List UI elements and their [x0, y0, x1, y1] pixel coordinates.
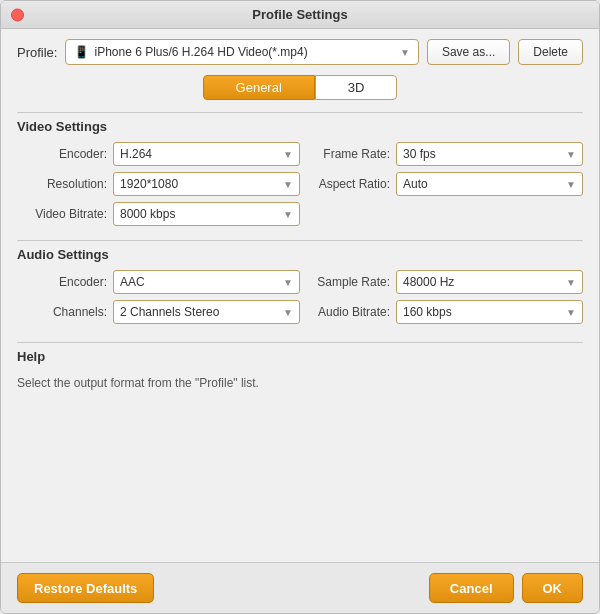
samplerate-value: 48000 Hz: [403, 275, 454, 289]
tab-general[interactable]: General: [203, 75, 315, 100]
profile-dropdown[interactable]: 📱 iPhone 6 Plus/6 H.264 HD Video(*.mp4) …: [65, 39, 418, 65]
save-as-button[interactable]: Save as...: [427, 39, 510, 65]
profile-row: Profile: 📱 iPhone 6 Plus/6 H.264 HD Vide…: [17, 39, 583, 65]
channels-arrow: ▼: [283, 307, 293, 318]
samplerate-row: Sample Rate: 48000 Hz ▼: [310, 270, 583, 294]
tabs-container: General 3D: [17, 75, 583, 100]
resolution-value: 1920*1080: [120, 177, 178, 191]
resolution-dropdown[interactable]: 1920*1080 ▼: [113, 172, 300, 196]
profile-value: iPhone 6 Plus/6 H.264 HD Video(*.mp4): [94, 45, 307, 59]
framerate-arrow: ▼: [566, 149, 576, 160]
profile-settings-window: Profile Settings Profile: 📱 iPhone 6 Plu…: [0, 0, 600, 614]
encoder-value: H.264: [120, 147, 152, 161]
aspectratio-label: Aspect Ratio:: [310, 177, 390, 191]
channels-value: 2 Channels Stereo: [120, 305, 219, 319]
help-title: Help: [17, 349, 583, 364]
video-settings-section: Video Settings Encoder: H.264 ▼ Frame Ra…: [17, 112, 583, 226]
encoder-label: Encoder:: [27, 147, 107, 161]
audio-encoder-value: AAC: [120, 275, 145, 289]
delete-button[interactable]: Delete: [518, 39, 583, 65]
resolution-label: Resolution:: [27, 177, 107, 191]
channels-row: Channels: 2 Channels Stereo ▼: [27, 300, 300, 324]
video-empty-cell: [310, 202, 583, 226]
framerate-dropdown[interactable]: 30 fps ▼: [396, 142, 583, 166]
audio-settings-grid: Encoder: AAC ▼ Sample Rate: 48000 Hz ▼: [17, 270, 583, 324]
resolution-arrow: ▼: [283, 179, 293, 190]
video-section-title: Video Settings: [17, 119, 583, 134]
content-area: Profile: 📱 iPhone 6 Plus/6 H.264 HD Vide…: [1, 29, 599, 562]
videobitrate-dropdown[interactable]: 8000 kbps ▼: [113, 202, 300, 226]
channels-dropdown[interactable]: 2 Channels Stereo ▼: [113, 300, 300, 324]
video-settings-grid: Encoder: H.264 ▼ Frame Rate: 30 fps ▼: [17, 142, 583, 226]
aspectratio-dropdown[interactable]: Auto ▼: [396, 172, 583, 196]
framerate-value: 30 fps: [403, 147, 436, 161]
audio-encoder-dropdown[interactable]: AAC ▼: [113, 270, 300, 294]
profile-dropdown-arrow: ▼: [400, 47, 410, 58]
framerate-label: Frame Rate:: [310, 147, 390, 161]
aspectratio-value: Auto: [403, 177, 428, 191]
audiobitrate-row: Audio Bitrate: 160 kbps ▼: [310, 300, 583, 324]
encoder-row: Encoder: H.264 ▼: [27, 142, 300, 166]
window-title: Profile Settings: [252, 7, 347, 22]
audio-divider: [17, 240, 583, 241]
videobitrate-label: Video Bitrate:: [27, 207, 107, 221]
videobitrate-arrow: ▼: [283, 209, 293, 220]
tab-3d[interactable]: 3D: [315, 75, 398, 100]
channels-label: Channels:: [27, 305, 107, 319]
audio-section-title: Audio Settings: [17, 247, 583, 262]
audiobitrate-arrow: ▼: [566, 307, 576, 318]
audio-settings-section: Audio Settings Encoder: AAC ▼ Sample Rat…: [17, 240, 583, 324]
encoder-dropdown[interactable]: H.264 ▼: [113, 142, 300, 166]
cancel-button[interactable]: Cancel: [429, 573, 514, 603]
audio-encoder-arrow: ▼: [283, 277, 293, 288]
resolution-row: Resolution: 1920*1080 ▼: [27, 172, 300, 196]
restore-defaults-button[interactable]: Restore Defaults: [17, 573, 154, 603]
samplerate-label: Sample Rate:: [310, 275, 390, 289]
phone-icon: 📱: [74, 45, 89, 59]
audio-encoder-label: Encoder:: [27, 275, 107, 289]
videobitrate-value: 8000 kbps: [120, 207, 175, 221]
help-section: Help Select the output format from the "…: [17, 342, 583, 552]
audiobitrate-dropdown[interactable]: 160 kbps ▼: [396, 300, 583, 324]
close-button[interactable]: [11, 8, 24, 21]
samplerate-arrow: ▼: [566, 277, 576, 288]
framerate-row: Frame Rate: 30 fps ▼: [310, 142, 583, 166]
samplerate-dropdown[interactable]: 48000 Hz ▼: [396, 270, 583, 294]
help-text: Select the output format from the "Profi…: [17, 372, 583, 394]
aspectratio-row: Aspect Ratio: Auto ▼: [310, 172, 583, 196]
help-divider: [17, 342, 583, 343]
footer-right-buttons: Cancel OK: [429, 573, 583, 603]
audio-encoder-row: Encoder: AAC ▼: [27, 270, 300, 294]
title-bar: Profile Settings: [1, 1, 599, 29]
ok-button[interactable]: OK: [522, 573, 584, 603]
video-divider: [17, 112, 583, 113]
aspectratio-arrow: ▼: [566, 179, 576, 190]
audiobitrate-label: Audio Bitrate:: [310, 305, 390, 319]
profile-label: Profile:: [17, 45, 57, 60]
encoder-arrow: ▼: [283, 149, 293, 160]
footer: Restore Defaults Cancel OK: [1, 562, 599, 613]
audiobitrate-value: 160 kbps: [403, 305, 452, 319]
videobitrate-row: Video Bitrate: 8000 kbps ▼: [27, 202, 300, 226]
